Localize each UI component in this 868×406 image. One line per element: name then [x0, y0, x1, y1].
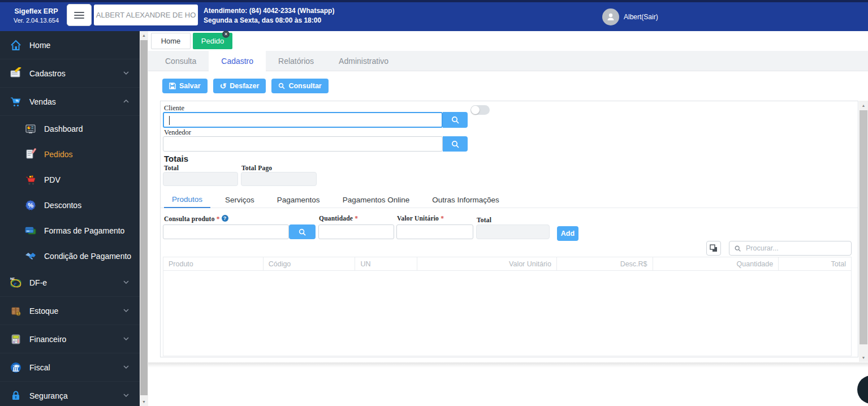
tab-relatorios[interactable]: Relatórios: [266, 51, 326, 71]
scroll-down-arrow[interactable]: ▼: [140, 398, 148, 406]
sidebar-item-label: Estoque: [29, 306, 123, 316]
sidebar-item-financeiro[interactable]: Financeiro: [0, 325, 140, 353]
dfe-icon: eNF: [9, 276, 23, 290]
sidebar-item-label: Dashboard: [44, 124, 140, 133]
valor-unitario-label: Valor Unitário *: [397, 215, 444, 222]
search-icon: [298, 228, 306, 236]
sidebar-item-cadastros[interactable]: Cadastros: [0, 59, 140, 88]
tab-produtos[interactable]: Produtos: [164, 192, 210, 208]
sidebar-item-label: Vendas: [29, 97, 123, 106]
close-icon[interactable]: ✕: [222, 31, 230, 38]
totais-heading: Totais: [164, 154, 188, 163]
chevron-down-icon: [123, 391, 129, 400]
undo-button[interactable]: ↺ Desfazer: [213, 79, 266, 93]
cliente-search-button[interactable]: [443, 112, 468, 128]
sidebar-item-seguranca[interactable]: Segurança: [0, 382, 140, 406]
chevron-up-icon: [123, 97, 129, 106]
consult-button[interactable]: Consultar: [271, 79, 328, 93]
content-bottom-shadow: [148, 362, 868, 368]
user-select[interactable]: ALBERT ALEXANDRE DE HO: [94, 5, 198, 25]
vendedor-search-button[interactable]: [443, 136, 468, 152]
person-icon: [606, 12, 616, 22]
sidebar-scrollbar: ▲ ▼: [140, 31, 148, 406]
sidebar-item-dfe[interactable]: eNF DF-e: [0, 269, 140, 297]
descontos-icon: %: [24, 198, 37, 212]
valor-unitario-input[interactable]: [396, 224, 473, 239]
column-header-desc-rs: Desc.R$: [557, 257, 653, 270]
consulta-produto-input[interactable]: [163, 224, 289, 239]
workspace-tabstrip: Home Pedido ✕: [148, 31, 868, 51]
scroll-up-arrow[interactable]: ▲: [859, 101, 868, 110]
tab-outras-informacoes[interactable]: Outras Informações: [424, 192, 507, 208]
financeiro-icon: [9, 332, 23, 346]
search-icon: [451, 115, 460, 124]
sidebar-item-pdv[interactable]: PDV: [0, 167, 140, 192]
workspace-tab-pedido[interactable]: Pedido ✕: [193, 33, 232, 49]
sidebar-item-home[interactable]: Home: [0, 31, 140, 59]
total-pago-input: [241, 172, 317, 186]
scroll-up-arrow[interactable]: ▲: [140, 31, 148, 40]
sidebar-item-label: Home: [29, 41, 140, 50]
sidebar-item-formas-de-pagamento[interactable]: Formas de Pagamento: [0, 218, 140, 243]
sidebar-item-condicao-de-pagamento[interactable]: Condição de Pagamento: [0, 243, 140, 269]
seguranca-icon: [9, 389, 23, 403]
sidebar-item-label: Descontos: [44, 201, 140, 210]
sidebar-scrollbar-thumb[interactable]: [140, 40, 148, 395]
cliente-toggle[interactable]: [470, 105, 490, 115]
save-button-label: Salvar: [179, 82, 201, 90]
sidebar-item-vendas[interactable]: % Vendas: [0, 88, 140, 116]
copy-icon: [710, 244, 718, 252]
tab-administrativo[interactable]: Administrativo: [326, 51, 401, 71]
logout-link[interactable]: Albert(Sair): [624, 13, 658, 21]
column-header-quantidade: Quantidade: [653, 257, 779, 270]
vendedor-input[interactable]: [163, 136, 443, 152]
menu-toggle-button[interactable]: [67, 4, 92, 26]
cliente-input[interactable]: [163, 112, 443, 128]
workspace-tab-label: Pedido: [201, 37, 224, 45]
column-header-valor-unitario: Valor Unitário: [417, 257, 557, 270]
workspace-tab-home[interactable]: Home: [151, 33, 191, 49]
total-item-label: Total: [477, 217, 491, 223]
hamburger-icon: [74, 10, 84, 20]
order-form-panel: Cliente Vendedor Totais Total Total Pago…: [160, 101, 858, 357]
vendas-icon: %: [9, 95, 23, 109]
save-button[interactable]: Salvar: [162, 79, 208, 93]
tab-pagamentos-online[interactable]: Pagamentos Online: [335, 192, 418, 208]
column-header-codigo: Código: [264, 257, 356, 270]
table-search-input[interactable]: [745, 244, 847, 253]
help-icon[interactable]: ?: [222, 215, 228, 222]
svg-text:NF: NF: [10, 277, 15, 280]
sidebar-item-descontos[interactable]: % Descontos: [0, 192, 140, 218]
copy-columns-button[interactable]: [706, 241, 721, 256]
sidebar-item-label: Fiscal: [29, 363, 123, 372]
tab-cadastro[interactable]: Cadastro: [209, 51, 266, 71]
sidebar-item-estoque[interactable]: $ Estoque: [0, 297, 140, 325]
consulta-produto-label: Consulta produto *?: [164, 215, 228, 222]
quantidade-input[interactable]: [318, 224, 394, 239]
add-button[interactable]: Add: [557, 226, 578, 241]
chevron-down-icon: [123, 278, 129, 287]
sidebar-item-label: Pedidos: [44, 150, 140, 159]
fiscal-icon: [9, 361, 23, 374]
sidebar-item-dashboard[interactable]: Dashboard: [0, 116, 140, 141]
sidebar-item-fiscal[interactable]: Fiscal: [0, 353, 140, 382]
chevron-down-icon: [123, 69, 129, 78]
tab-pagamentos[interactable]: Pagamentos: [269, 192, 328, 208]
brand-name: Sigeflex ERP: [8, 7, 64, 16]
total-input: [163, 172, 238, 186]
tab-consulta[interactable]: Consulta: [153, 51, 209, 71]
main-area: Home Pedido ✕ Consulta Cadastro Relatóri…: [148, 31, 868, 406]
search-icon: [734, 245, 741, 252]
brand-version: Ver. 2.04.13.654: [8, 16, 64, 25]
table-search: [729, 241, 852, 256]
dashboard-icon: [24, 122, 37, 136]
scroll-down-arrow[interactable]: ▼: [859, 353, 868, 362]
sidebar-item-label: Cadastros: [29, 69, 123, 78]
home-icon: [9, 38, 23, 52]
chevron-down-icon: [123, 306, 129, 316]
produto-search-button[interactable]: [289, 224, 316, 239]
tab-servicos[interactable]: Serviços: [217, 192, 262, 208]
sidebar-item-label: Segurança: [29, 391, 123, 400]
content-scrollbar-thumb[interactable]: [860, 110, 867, 344]
sidebar-item-pedidos[interactable]: Pedidos: [0, 141, 140, 167]
